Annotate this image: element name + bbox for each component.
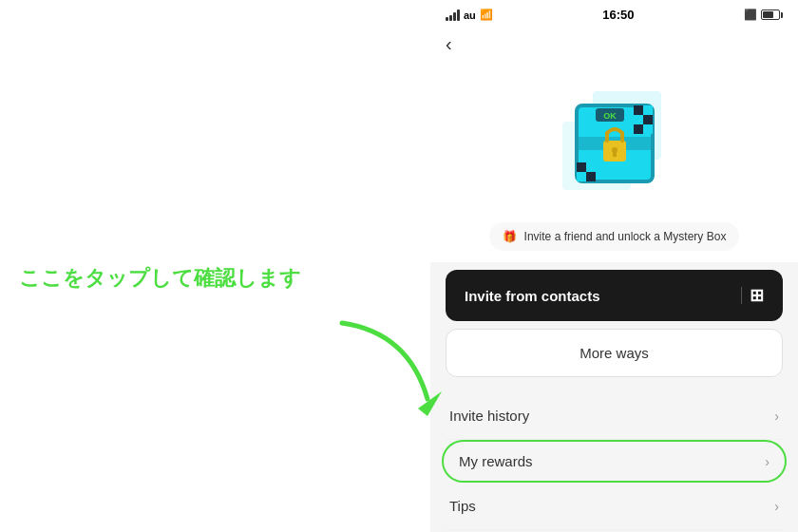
nav-bar: ‹ xyxy=(430,26,798,63)
more-ways-label: More ways xyxy=(580,345,649,361)
list-item-my-rewards[interactable]: My rewards › xyxy=(442,440,787,483)
clock: 16:50 xyxy=(602,8,634,22)
svg-rect-5 xyxy=(634,105,643,115)
svg-rect-9 xyxy=(634,124,643,134)
svg-rect-7 xyxy=(634,115,643,124)
list-item-tips[interactable]: Tips › xyxy=(446,483,783,530)
mystery-box-image: OK xyxy=(553,82,676,205)
battery-icon xyxy=(761,10,783,20)
back-button[interactable]: ‹ xyxy=(446,33,452,55)
phone-screen: au 📶 16:50 ⬛ ‹ xyxy=(430,0,798,532)
svg-rect-12 xyxy=(586,162,596,172)
svg-rect-10 xyxy=(643,124,653,134)
invite-banner-inner: 🎁 Invite a friend and unlock a Mystery B… xyxy=(489,222,740,251)
wifi-icon: 📶 xyxy=(480,9,493,21)
signal-icon xyxy=(446,10,460,21)
status-bar: au 📶 16:50 ⬛ xyxy=(430,0,798,26)
instruction-text: ここをタップして確認します xyxy=(19,264,301,293)
screen-icon: ⬛ xyxy=(744,9,757,21)
carrier-label: au xyxy=(464,10,476,21)
invite-history-label: Invite history xyxy=(449,408,529,424)
svg-text:OK: OK xyxy=(603,111,617,121)
my-rewards-label: My rewards xyxy=(459,453,533,469)
hero-area: OK xyxy=(430,63,798,215)
svg-rect-6 xyxy=(643,105,653,115)
list-section: Invite history › My rewards › Tips › xyxy=(430,377,798,530)
green-arrow-icon xyxy=(332,314,456,422)
mystery-box-mini-icon: 🎁 xyxy=(503,230,517,243)
divider xyxy=(741,287,742,304)
more-ways-button[interactable]: More ways xyxy=(446,329,783,377)
chevron-right-icon: › xyxy=(765,454,770,469)
svg-rect-13 xyxy=(577,172,586,181)
list-item-invite-history[interactable]: Invite history › xyxy=(446,392,783,440)
invite-contacts-label: Invite from contacts xyxy=(465,288,600,304)
invite-contacts-icons: ⊞ xyxy=(741,285,764,306)
invite-banner: 🎁 Invite a friend and unlock a Mystery B… xyxy=(430,215,798,262)
chevron-right-icon: › xyxy=(774,408,779,424)
invite-banner-text: Invite a friend and unlock a Mystery Box xyxy=(524,230,727,243)
chevron-right-icon: › xyxy=(774,499,779,514)
status-signal: au 📶 xyxy=(446,9,493,21)
svg-rect-8 xyxy=(643,115,653,124)
invite-contacts-button[interactable]: Invite from contacts ⊞ xyxy=(446,270,783,321)
tips-label: Tips xyxy=(449,498,476,514)
svg-marker-0 xyxy=(418,391,442,416)
action-buttons: Invite from contacts ⊞ More ways xyxy=(430,270,798,377)
svg-rect-11 xyxy=(577,162,586,172)
status-icons: ⬛ xyxy=(744,9,783,21)
svg-rect-18 xyxy=(613,152,617,157)
svg-rect-14 xyxy=(586,172,596,181)
qr-icon: ⊞ xyxy=(750,285,764,306)
